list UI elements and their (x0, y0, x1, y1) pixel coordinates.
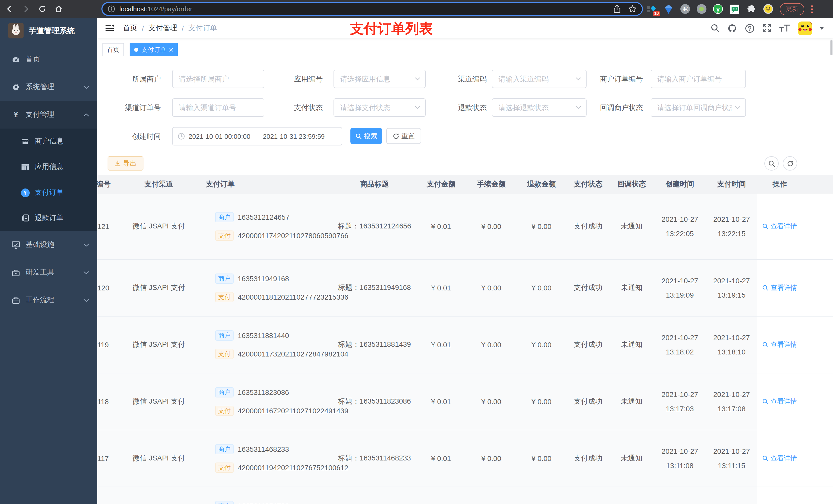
channel-code-input[interactable] (497, 74, 574, 83)
sidebar-item-merchant-info[interactable]: 商户信息 (0, 128, 97, 154)
merchant-order-no: 1635311951796 (238, 502, 289, 504)
view-detail-link[interactable]: 查看详情 (762, 283, 797, 292)
view-detail-link[interactable]: 查看详情 (762, 397, 797, 406)
github-icon[interactable] (728, 23, 737, 33)
breadcrumb-payment[interactable]: 支付管理 (148, 24, 177, 33)
pay-tag: 支付 (215, 349, 234, 359)
pay-order-no: 4200001194202110276752100612 (238, 463, 348, 472)
gear-icon (11, 83, 21, 91)
cell-status: 支付成功 (567, 430, 610, 486)
table-refresh-button[interactable] (783, 156, 797, 171)
url-text[interactable]: localhost:1024/pay/order (119, 5, 192, 13)
cell-title: 标题：1635311468233 (333, 430, 416, 486)
view-detail-link[interactable]: 查看详情 (762, 222, 797, 231)
fullscreen-icon[interactable] (762, 24, 771, 33)
extension-badge: 10 (653, 11, 660, 16)
filter-label-merchant-order-no: 商户订单编号 (581, 70, 643, 88)
browser-back-button[interactable] (2, 2, 16, 16)
help-icon[interactable] (745, 23, 755, 33)
search-button[interactable]: 搜索 (351, 128, 382, 144)
sidebar-item-infrastructure[interactable]: 基础设施 (0, 231, 97, 259)
refund-status-select[interactable] (492, 98, 587, 117)
merchant-select[interactable] (172, 70, 264, 88)
notify-status-select[interactable] (651, 98, 746, 117)
notify-status-input[interactable] (656, 103, 733, 112)
toolbox-icon (11, 269, 21, 276)
extension-kite-icon[interactable] (663, 4, 674, 14)
site-info-icon[interactable] (108, 5, 115, 13)
channel-order-no-input[interactable] (178, 103, 259, 112)
col-header-actions: 操作 (757, 175, 802, 194)
app-logo-row[interactable]: 芋道管理系统 (0, 18, 97, 44)
channel-code-select[interactable] (492, 70, 587, 88)
browser-menu-icon[interactable] (811, 5, 813, 13)
merchant-order-no: 1635311468233 (238, 445, 289, 453)
col-header-notify: 回调状态 (610, 175, 654, 194)
bookmark-star-icon[interactable] (628, 5, 637, 13)
app-input[interactable] (339, 74, 413, 83)
cell-amount (416, 487, 466, 504)
extension-y-icon[interactable]: y (713, 4, 723, 14)
share-icon[interactable] (613, 5, 621, 13)
browser-forward-button[interactable] (19, 2, 33, 16)
sidebar-item-refund-order[interactable]: 退款订单 (0, 206, 97, 231)
pay-status-select[interactable] (334, 98, 426, 117)
cell-id (97, 487, 118, 504)
extensions-puzzle-icon[interactable] (746, 4, 757, 14)
page-scrollbar[interactable] (830, 40, 832, 55)
export-button[interactable]: 导出 (108, 156, 143, 171)
view-detail-link[interactable]: 查看详情 (762, 340, 797, 349)
cell-amount: ¥ 0.01 (416, 316, 466, 373)
merchant-order-no-field[interactable] (651, 70, 746, 88)
profile-avatar-icon[interactable] (763, 4, 773, 14)
cell-channel: 微信 JSAPI 支付 (118, 194, 200, 259)
sidebar-item-dev-tools[interactable]: 研发工具 (0, 259, 97, 286)
date-range-picker[interactable]: 2021-10-01 00:00:00 - 2021-10-31 23:59:5… (172, 127, 342, 145)
cell-channel: 微信 JSAPI 支付 (118, 316, 200, 373)
sidebar-item-pay-order[interactable]: ¥ 支付订单 (0, 180, 97, 206)
breadcrumb-home[interactable]: 首页 (123, 24, 137, 33)
reset-button[interactable]: 重置 (386, 128, 421, 144)
pay-status-input[interactable] (339, 103, 413, 112)
table-search-toggle-button[interactable] (764, 156, 779, 171)
browser-reload-button[interactable] (35, 2, 49, 16)
sidebar-item-payment[interactable]: ¥ 支付管理 (0, 101, 97, 128)
extension-command-icon[interactable]: ⌘ (680, 4, 690, 14)
cell-notify: 未通知 (610, 316, 654, 373)
merchant-order-no-input[interactable] (656, 74, 740, 83)
refund-status-input[interactable] (497, 103, 574, 112)
url-host: localhost (119, 5, 146, 13)
chevron-down-icon (415, 77, 420, 80)
extension-chat-icon[interactable] (730, 4, 740, 14)
tab-home[interactable]: 首页 (102, 43, 124, 56)
cell-fee: ¥ 0.00 (466, 374, 516, 430)
extension-diamond-icon[interactable]: 10 (646, 4, 657, 14)
search-icon[interactable] (711, 24, 720, 33)
sidebar-toggle-icon[interactable] (104, 23, 115, 33)
extension-gray-dot-icon[interactable] (697, 4, 707, 14)
cell-title: 标题：1635312124656 (333, 194, 416, 259)
date-start[interactable]: 2021-10-01 00:00:00 (189, 133, 250, 140)
sidebar-item-label: 应用信息 (35, 162, 64, 172)
tab-pay-order[interactable]: 支付订单 (129, 43, 178, 56)
url-bar[interactable]: localhost:1024/pay/order (101, 2, 643, 16)
browser-home-button[interactable] (51, 2, 66, 16)
sidebar-item-system[interactable]: 系统管理 (0, 73, 97, 101)
app-select[interactable] (334, 70, 426, 88)
view-detail-link[interactable]: 查看详情 (762, 454, 797, 463)
font-size-icon[interactable] (779, 24, 790, 33)
sidebar-item-workflow[interactable]: 工作流程 (0, 286, 97, 314)
date-end[interactable]: 2021-10-31 23:59:59 (263, 133, 325, 140)
merchant-input[interactable] (178, 74, 259, 83)
cell-order: 商户1635311949168 支付4200001181202110277723… (200, 260, 333, 316)
chevron-down-icon (415, 106, 420, 109)
yen-circle-icon: ¥ (21, 188, 30, 197)
user-avatar[interactable] (798, 21, 812, 35)
avatar-dropdown-icon[interactable] (820, 27, 824, 29)
channel-order-no-field[interactable] (172, 98, 264, 117)
browser-update-button[interactable]: 更新 (780, 3, 804, 15)
sidebar-item-app-info[interactable]: 应用信息 (0, 154, 97, 180)
sidebar-item-home[interactable]: 首页 (0, 46, 97, 73)
close-icon[interactable] (169, 48, 173, 52)
navbar-actions (711, 18, 824, 39)
